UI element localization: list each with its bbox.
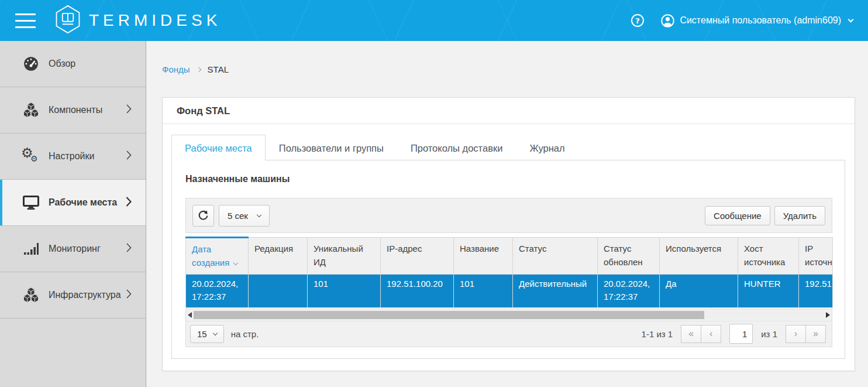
page-number-input[interactable] [729,324,753,344]
tab-users-groups[interactable]: Пользователи и группы [266,135,397,160]
gauge-icon [21,56,41,71]
horizontal-scrollbar[interactable] [186,309,832,321]
cell-revision [249,274,308,307]
top-bar: TERMIDESK ? Системный пользователь (admi… [0,0,868,41]
column-header-status[interactable]: Статус [513,238,598,275]
chevron-down-icon [257,212,261,217]
bar-chart-icon [21,242,41,256]
sidebar: Обзор Компон [0,41,146,387]
user-menu[interactable]: Системный пользователь (admin609) [661,14,853,28]
machines-table: Дата создания Редакция Уникальный ИД IP-… [185,237,833,308]
prev-page-button[interactable]: ‹ [701,325,721,343]
user-avatar-icon [661,14,674,28]
section-title: Назначенные машины [185,174,833,184]
sidebar-item-label: Компоненты [49,105,126,115]
chevron-down-icon [212,330,217,335]
column-header-source-ip[interactable]: IP источника [799,238,833,275]
column-header-in-use[interactable]: Используется [660,238,738,275]
chevron-down-icon [848,16,854,22]
help-icon[interactable]: ? [631,13,645,28]
cell-status-updated: 20.02.2024, 17:22:37 [598,274,660,307]
svg-text:?: ? [636,16,640,25]
cell-unique-id: 101 [308,274,381,307]
column-header-name[interactable]: Название [454,238,513,275]
sidebar-item-workplaces[interactable]: Рабочие места [0,180,146,226]
hexagon-logo-icon [54,5,81,36]
last-page-button[interactable]: » [805,325,826,343]
column-header-revision[interactable]: Редакция [249,238,308,275]
sort-desc-icon [233,261,238,265]
hamburger-menu-icon[interactable] [15,13,36,28]
chevron-right-icon [126,150,132,162]
cell-source-host: HUNTER [738,274,799,307]
chevron-right-icon [126,104,132,116]
scroll-left-icon[interactable] [188,312,192,318]
refresh-button[interactable] [192,205,214,227]
breadcrumb-current: STAL [208,64,229,74]
sidebar-item-monitoring[interactable]: Мониторинг [0,226,146,272]
scrollbar-thumb[interactable] [194,311,704,319]
main-content: Фонды STAL Фонд STAL Рабочие места Польз… [146,41,868,387]
refresh-interval-select[interactable]: 5 сек [219,205,270,227]
monitor-icon [21,196,41,210]
message-button[interactable]: Сообщение [705,206,770,225]
fund-card: Фонд STAL Рабочие места Пользователи и г… [162,97,855,371]
sidebar-item-label: Рабочие места [49,197,126,208]
sidebar-item-label: Инфраструктура [49,290,126,300]
refresh-interval-value: 5 сек [228,211,248,221]
cell-status: Действительный [513,274,598,307]
scrollbar-track[interactable] [194,311,824,319]
app-logo: TERMIDESK [54,5,221,36]
chevron-right-icon [126,289,132,301]
chevron-right-icon [196,67,201,71]
brand-wordmark: TERMIDESK [89,11,221,30]
cubes-icon [21,287,41,303]
table-row-selected[interactable]: 20.02.2024, 17:22:37 101 192.51.100.20 1… [186,274,833,307]
sidebar-item-label: Мониторинг [49,244,126,254]
first-page-button[interactable]: « [681,325,701,343]
column-header-source-host[interactable]: Хост источника [738,238,799,275]
tab-bar: Рабочие места Пользователи и группы Прот… [171,135,845,160]
per-page-label: на стр. [231,329,259,339]
table-toolbar: 5 сек Сообщение Удалить [185,198,832,233]
sidebar-item-label: Настройки [49,151,126,162]
of-total-label: из 1 [761,329,777,339]
cubes-icon [21,102,41,118]
range-label: 1-1 из 1 [642,329,673,339]
machines-table-wrap: Дата создания Редакция Уникальный ИД IP-… [185,237,832,308]
breadcrumb-link-funds[interactable]: Фонды [162,64,190,74]
sidebar-item-overview[interactable]: Обзор [0,41,146,87]
cell-source-ip: 192.51.100.20 [799,274,833,307]
cell-name: 101 [454,274,513,307]
breadcrumb: Фонды STAL [162,63,855,75]
tab-workplaces[interactable]: Рабочие места [171,135,266,160]
column-header-label: Дата создания [192,244,229,268]
chevron-right-icon [126,197,132,209]
table-footer: 15 на стр. 1-1 из 1 « ‹ [185,309,832,347]
sidebar-item-infrastructure[interactable]: Инфраструктура [0,272,146,318]
card-title: Фонд STAL [163,98,855,124]
tab-panel-workplaces: Назначенные машины 5 сек [171,160,845,359]
tab-delivery-protocols[interactable]: Протоколы доставки [397,135,516,160]
table-header-row: Дата создания Редакция Уникальный ИД IP-… [186,238,833,275]
gears-icon: ⚙ ⚙ [21,148,41,165]
sidebar-item-settings[interactable]: ⚙ ⚙ Настройки [0,133,146,180]
cell-in-use: Да [660,274,738,307]
refresh-icon [198,210,209,221]
column-header-created[interactable]: Дата создания [186,238,249,275]
delete-button[interactable]: Удалить [774,206,825,225]
scroll-right-icon[interactable] [826,312,830,318]
page-size-value: 15 [197,329,207,339]
user-label: Системный пользователь (admin609) [680,15,841,26]
column-header-ip[interactable]: IP-адрес [381,238,454,275]
chevron-right-icon [126,243,132,255]
pagination-bar: 15 на стр. 1-1 из 1 « ‹ [186,321,832,347]
sidebar-item-components[interactable]: Компоненты [0,87,146,133]
tab-journal[interactable]: Журнал [516,135,578,160]
cell-created: 20.02.2024, 17:22:37 [186,274,249,307]
page-size-select[interactable]: 15 [190,325,224,343]
next-page-button[interactable]: › [786,325,806,343]
cell-ip: 192.51.100.20 [381,274,454,307]
column-header-status-updated[interactable]: Статус обновлен [598,238,660,275]
column-header-unique-id[interactable]: Уникальный ИД [308,238,381,275]
